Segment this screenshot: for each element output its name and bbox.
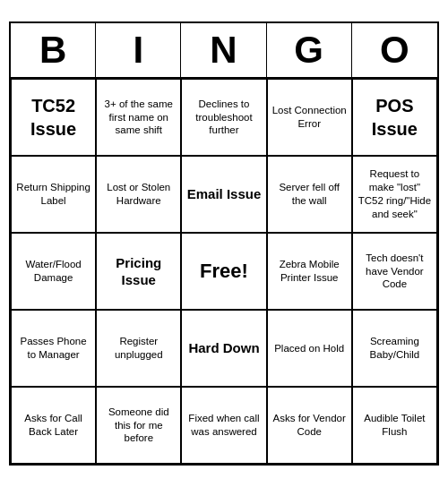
bingo-cell-5: Return Shipping Label [11, 156, 96, 233]
bingo-cell-11: Pricing Issue [96, 233, 181, 310]
bingo-cell-4: POS Issue [352, 79, 437, 156]
bingo-grid: TC52 Issue3+ of the same first name on s… [11, 79, 437, 464]
bingo-cell-18: Placed on Hold [267, 310, 352, 387]
bingo-letter-O: O [352, 23, 437, 77]
bingo-cell-15: Passes Phone to Manager [11, 310, 96, 387]
bingo-cell-13: Zebra Mobile Printer Issue [267, 233, 352, 310]
bingo-cell-12: Free! [181, 233, 266, 310]
bingo-cell-16: Register unplugged [96, 310, 181, 387]
bingo-cell-0: TC52 Issue [11, 79, 96, 156]
bingo-cell-8: Server fell off the wall [267, 156, 352, 233]
bingo-cell-23: Asks for Vendor Code [267, 387, 352, 464]
bingo-cell-17: Hard Down [181, 310, 266, 387]
bingo-cell-1: 3+ of the same first name on same shift [96, 79, 181, 156]
bingo-letter-B: B [11, 23, 96, 77]
bingo-cell-3: Lost Connection Error [267, 79, 352, 156]
bingo-cell-6: Lost or Stolen Hardware [96, 156, 181, 233]
bingo-letter-I: I [96, 23, 181, 77]
bingo-cell-20: Asks for Call Back Later [11, 387, 96, 464]
bingo-cell-19: Screaming Baby/Child [352, 310, 437, 387]
bingo-letter-G: G [267, 23, 352, 77]
bingo-cell-14: Tech doesn't have Vendor Code [352, 233, 437, 310]
bingo-cell-7: Email Issue [181, 156, 266, 233]
bingo-cell-9: Request to make "lost" TC52 ring/"Hide a… [352, 156, 437, 233]
bingo-card: BINGO TC52 Issue3+ of the same first nam… [9, 21, 439, 466]
bingo-letter-N: N [181, 23, 266, 77]
bingo-cell-2: Declines to troubleshoot further [181, 79, 266, 156]
bingo-cell-10: Water/Flood Damage [11, 233, 96, 310]
bingo-cell-21: Someone did this for me before [96, 387, 181, 464]
bingo-cell-22: Fixed when call was answered [181, 387, 266, 464]
bingo-cell-24: Audible Toilet Flush [352, 387, 437, 464]
bingo-header: BINGO [11, 23, 437, 79]
